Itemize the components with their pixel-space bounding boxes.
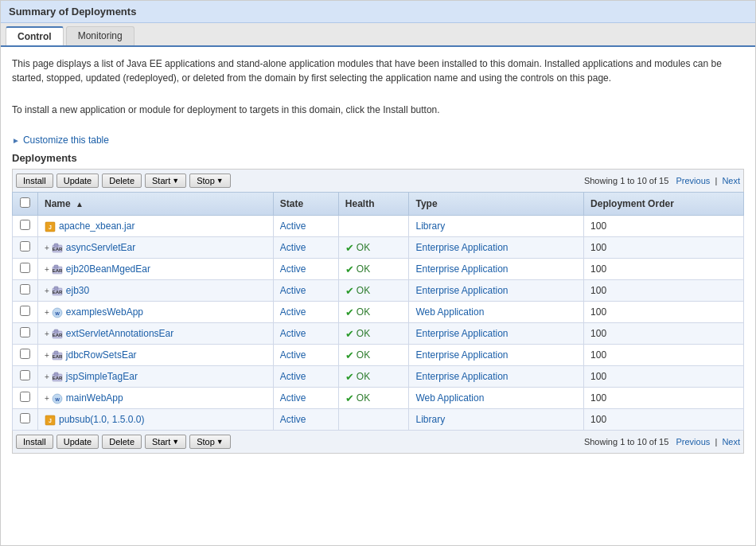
type-header[interactable]: Type [409,193,584,216]
health-ok-text: OK [357,328,370,339]
update-button-top[interactable]: Update [57,174,99,188]
deployment-name-link[interactable]: extServletAnnotationsEar [66,328,173,339]
row-state-cell: Active [273,280,338,302]
select-all-header [13,193,38,216]
expand-icon[interactable]: + [45,265,49,274]
deployment-name-link[interactable]: jdbcRowSetsEar [66,349,137,361]
deployment-name-link[interactable]: asyncServletEar [66,242,135,253]
ear-icon: EAR [52,263,63,275]
expand-icon[interactable]: + [45,351,49,360]
tab-monitoring[interactable]: Monitoring [66,26,134,45]
row-checkbox[interactable] [20,263,30,273]
update-button-bottom[interactable]: Update [57,435,99,449]
row-type-cell: Enterprise Application [409,237,584,259]
install-button-bottom[interactable]: Install [16,435,53,449]
deployment-name-link[interactable]: pubsub(1.0, 1.5.0.0) [59,414,144,425]
expand-icon[interactable]: + [45,308,49,317]
expand-icon[interactable]: + [45,394,49,403]
expand-icon[interactable]: + [45,244,49,252]
state-value: Active [280,392,306,404]
delete-button-top[interactable]: Delete [102,174,142,188]
health-ok-text: OK [357,263,370,275]
row-checkbox-cell [13,280,38,302]
expand-icon[interactable]: + [45,372,49,381]
next-link-top[interactable]: Next [722,176,740,185]
customize-link[interactable]: ► Customize this table [12,135,744,146]
deployment-name-link[interactable]: ejb30 [66,285,89,296]
state-header[interactable]: State [273,193,338,216]
row-name-cell: +WmainWebApp [38,388,274,409]
deployment-name-link[interactable]: ejb20BeanMgedEar [66,263,150,275]
row-checkbox[interactable] [20,413,30,423]
state-value: Active [280,328,306,339]
page-title: Summary of Deployments [1,1,755,23]
top-toolbar: Install Update Delete Start ▼ Stop ▼ Sho… [12,169,744,192]
stop-button-top[interactable]: Stop ▼ [189,174,231,188]
stop-button-bottom[interactable]: Stop ▼ [189,435,231,449]
next-link-bottom[interactable]: Next [722,437,740,447]
type-link[interactable]: Web Application [415,392,484,404]
table-row: +EARjspSimpleTagEarActive✔OKEnterprise A… [13,366,744,388]
row-state-cell: Active [273,323,338,345]
type-link[interactable]: Library [415,414,445,425]
health-ok-icon: ✔ [345,328,354,340]
health-ok-text: OK [357,349,370,361]
type-link[interactable]: Library [415,220,445,232]
row-checkbox[interactable] [20,370,30,380]
deployment-name-link[interactable]: jspSimpleTagEar [66,371,138,382]
type-link[interactable]: Web Application [415,306,484,318]
health-ok-text: OK [357,285,370,296]
health-ok-icon: ✔ [345,392,354,404]
row-checkbox[interactable] [20,327,30,337]
previous-link-top[interactable]: Previous [676,176,710,185]
state-value: Active [280,263,306,275]
type-link[interactable]: Enterprise Application [415,285,508,296]
type-link[interactable]: Enterprise Application [415,349,508,361]
row-checkbox[interactable] [20,241,30,252]
row-name-cell: +EARejb30 [38,280,274,302]
state-value: Active [280,349,306,361]
row-name-cell: +EARjdbcRowSetsEar [38,345,274,366]
health-ok-text: OK [357,306,370,318]
select-all-checkbox[interactable] [20,197,30,208]
row-state-cell: Active [273,259,338,280]
row-name-cell: Japache_xbean.jar [38,216,274,237]
row-order-cell: 100 [584,259,744,280]
table-row: +WmainWebAppActive✔OKWeb Application100 [13,388,744,409]
deployment-name-link[interactable]: mainWebApp [66,392,123,404]
type-link[interactable]: Enterprise Application [415,328,508,339]
row-type-cell: Web Application [409,302,584,323]
health-header[interactable]: Health [338,193,409,216]
row-type-cell: Library [409,409,584,431]
row-order-cell: 100 [584,323,744,345]
svg-text:W: W [55,397,60,402]
delete-button-bottom[interactable]: Delete [102,435,142,449]
expand-icon[interactable]: + [45,330,49,338]
row-checkbox[interactable] [20,284,30,294]
row-type-cell: Enterprise Application [409,280,584,302]
sort-arrow-icon: ▲ [76,200,84,209]
start-button-top[interactable]: Start ▼ [145,174,186,188]
deployment-order-header[interactable]: Deployment Order [584,193,744,216]
table-row: +EARejb20BeanMgedEarActive✔OKEnterprise … [13,259,744,280]
row-checkbox-cell [13,366,38,388]
row-checkbox[interactable] [20,220,30,230]
name-header[interactable]: Name ▲ [38,193,274,216]
health-ok-text: OK [357,242,370,253]
state-value: Active [280,242,306,253]
row-checkbox[interactable] [20,306,30,316]
tab-control[interactable]: Control [6,26,64,45]
start-button-bottom[interactable]: Start ▼ [145,435,186,449]
previous-link-bottom[interactable]: Previous [676,437,710,447]
row-checkbox[interactable] [20,392,30,402]
type-link[interactable]: Enterprise Application [415,263,508,275]
deployment-name-link[interactable]: examplesWebApp [66,306,143,318]
deployment-name-link[interactable]: apache_xbean.jar [59,220,134,232]
expand-icon[interactable]: + [45,287,49,295]
row-type-cell: Enterprise Application [409,323,584,345]
type-link[interactable]: Enterprise Application [415,371,508,382]
install-button-top[interactable]: Install [16,174,53,188]
row-checkbox[interactable] [20,349,30,359]
type-link[interactable]: Enterprise Application [415,242,508,253]
health-ok-text: OK [357,371,370,382]
